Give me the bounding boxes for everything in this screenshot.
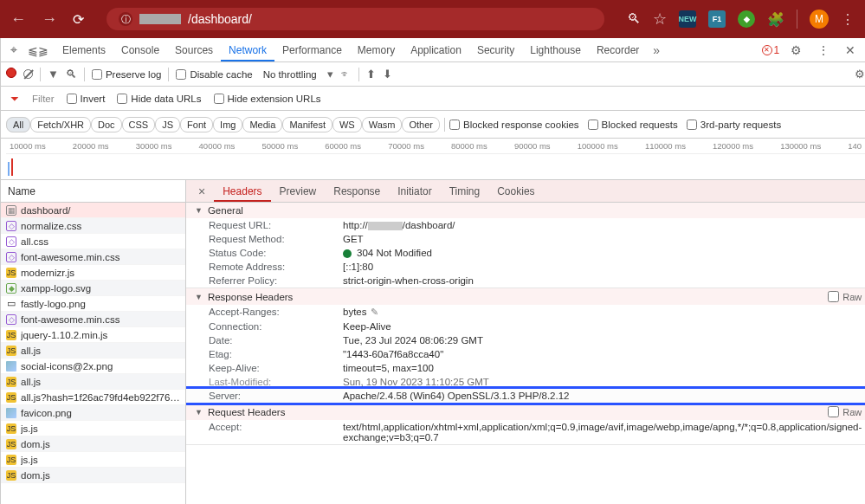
request-row[interactable]: JSall.js — [1, 374, 185, 390]
devtools-tab-performance[interactable]: Performance — [274, 39, 350, 61]
type-filter-manifest[interactable]: Manifest — [282, 117, 332, 132]
header-name: Remote Address: — [209, 262, 343, 272]
devtools-menu-icon[interactable]: ⋮ — [813, 43, 834, 57]
close-devtools-icon[interactable]: ✕ — [841, 43, 860, 57]
clear-button[interactable] — [23, 69, 33, 79]
request-name: modernizr.js — [21, 268, 74, 278]
section-header-general[interactable]: ▼General — [186, 203, 865, 218]
error-count-badge[interactable]: ✕1 — [762, 44, 780, 56]
edit-pencil-icon[interactable]: ✎ — [371, 307, 378, 317]
hide-extension-urls-checkbox[interactable]: Hide extension URLs — [214, 94, 321, 104]
devtools-tab-network[interactable]: Network — [221, 39, 274, 61]
reload-button[interactable]: ⟳ — [73, 11, 84, 28]
request-row[interactable]: JSjs.js — [1, 421, 185, 436]
request-detail: × HeadersPreviewResponseInitiatorTimingC… — [186, 180, 865, 504]
network-settings-gear-icon[interactable]: ⚙ — [855, 68, 865, 81]
devtools-tab-memory[interactable]: Memory — [350, 39, 403, 61]
settings-gear-icon[interactable]: ⚙ — [786, 43, 806, 57]
devtools-tab-recorder[interactable]: Recorder — [589, 39, 647, 61]
section-header-response-headers[interactable]: ▼Response HeadersRaw — [186, 288, 865, 305]
site-info-icon[interactable]: ⓘ — [119, 12, 132, 26]
type-filter-all[interactable]: All — [6, 117, 30, 132]
detail-tab-initiator[interactable]: Initiator — [389, 181, 440, 202]
section-header-request-headers[interactable]: ▼Request HeadersRaw — [186, 404, 865, 420]
type-filter-font[interactable]: Font — [180, 117, 213, 132]
devtools-tab-application[interactable]: Application — [403, 39, 469, 61]
hide-data-urls-checkbox[interactable]: Hide data URLs — [117, 94, 201, 104]
close-detail-icon[interactable]: × — [191, 184, 212, 198]
type-check-3rd-party-requests[interactable]: 3rd-party requests — [687, 120, 781, 130]
request-row[interactable]: ◇all.css — [1, 234, 185, 249]
type-filter-js[interactable]: JS — [155, 117, 180, 132]
profile-avatar[interactable]: M — [810, 10, 829, 29]
more-tabs-icon[interactable]: » — [649, 43, 664, 57]
request-row[interactable]: ▦dashboard/ — [1, 203, 185, 218]
device-toggle-icon[interactable]: ⫹⫺ — [23, 43, 53, 57]
name-column-header[interactable]: Name — [1, 180, 185, 203]
filter-toggle-icon[interactable]: ▼ — [48, 68, 59, 81]
extension-new-badge[interactable]: NEW — [679, 10, 696, 28]
request-row[interactable]: ◇normalize.css — [1, 218, 185, 234]
devtools-tab-elements[interactable]: Elements — [55, 39, 113, 61]
request-row[interactable]: ◆xampp-logo.svg — [1, 281, 185, 296]
inspect-element-icon[interactable]: ⌖ — [6, 42, 22, 57]
header-name: Keep-Alive: — [209, 363, 343, 373]
devtools-tab-lighthouse[interactable]: Lighthouse — [522, 39, 589, 61]
request-row[interactable]: JSall.js?hash=1f26ac79fd4eb922f76d86e7… — [1, 390, 185, 405]
extensions-puzzle-icon[interactable]: 🧩 — [767, 11, 784, 28]
record-button[interactable] — [6, 68, 16, 78]
filter-funnel-icon[interactable]: ⏷ — [10, 93, 20, 105]
request-row[interactable]: JSjquery-1.10.2.min.js — [1, 327, 185, 343]
request-row[interactable]: JSmodernizr.js — [1, 265, 185, 281]
menu-kebab-icon[interactable]: ⋮ — [841, 11, 855, 28]
type-check-blocked-requests[interactable]: Blocked requests — [588, 120, 678, 130]
devtools-tab-security[interactable]: Security — [469, 39, 522, 61]
disable-cache-checkbox[interactable]: Disable cache — [176, 69, 252, 80]
request-row[interactable]: JSall.js — [1, 343, 185, 359]
type-filter-ws[interactable]: WS — [332, 117, 362, 132]
preserve-log-checkbox[interactable]: Preserve log — [92, 69, 162, 80]
type-filter-other[interactable]: Other — [402, 117, 440, 132]
import-har-icon[interactable]: ⬆ — [366, 68, 376, 81]
network-conditions-icon[interactable]: ᯤ — [340, 68, 352, 81]
detail-tab-cookies[interactable]: Cookies — [488, 181, 543, 202]
raw-checkbox[interactable]: Raw — [828, 406, 862, 417]
type-filter-media[interactable]: Media — [242, 117, 282, 132]
detail-tab-timing[interactable]: Timing — [441, 181, 489, 202]
detail-tab-headers[interactable]: Headers — [214, 181, 270, 202]
type-filter-img[interactable]: Img — [213, 117, 242, 132]
request-row[interactable]: ◇font-awesome.min.css — [1, 249, 185, 265]
type-filter-doc[interactable]: Doc — [91, 117, 122, 132]
address-bar[interactable]: ⓘ /dashboard/ — [107, 8, 604, 30]
request-row[interactable]: JSdom.js — [1, 436, 185, 452]
request-row[interactable]: JSjs.js — [1, 452, 185, 468]
throttling-select[interactable]: No throttling — [260, 68, 320, 81]
timeline-dcl-marker — [8, 162, 10, 176]
forward-button[interactable]: → — [42, 10, 57, 29]
devtools-tab-sources[interactable]: Sources — [167, 39, 221, 61]
search-icon[interactable]: 🔍︎ — [66, 68, 77, 81]
network-timeline[interactable]: 10000 ms20000 ms30000 ms40000 ms50000 ms… — [1, 139, 865, 180]
devtools-tab-console[interactable]: Console — [113, 39, 167, 61]
request-row[interactable]: social-icons@2x.png — [1, 359, 185, 374]
request-row[interactable]: favicon.png — [1, 405, 185, 421]
extension-green-icon[interactable]: ◆ — [738, 10, 755, 28]
type-filter-fetchxhr[interactable]: Fetch/XHR — [30, 117, 91, 132]
detail-tab-preview[interactable]: Preview — [271, 181, 326, 202]
bookmark-star-icon[interactable]: ☆ — [653, 10, 667, 29]
type-check-blocked-response-cookies[interactable]: Blocked response cookies — [449, 120, 579, 130]
type-filter-wasm[interactable]: Wasm — [362, 117, 403, 132]
invert-checkbox[interactable]: Invert — [67, 94, 106, 104]
export-har-icon[interactable]: ⬇ — [383, 68, 392, 81]
back-button[interactable]: ← — [10, 10, 26, 29]
extension-f1-badge[interactable]: F1 — [708, 10, 726, 28]
throttling-dropdown-icon[interactable]: ▾ — [327, 68, 333, 81]
request-row[interactable]: JSdom.js — [1, 468, 185, 483]
detail-tab-response[interactable]: Response — [325, 181, 389, 202]
type-filter-css[interactable]: CSS — [122, 117, 156, 132]
filter-input[interactable]: Filter — [32, 94, 55, 104]
search-icon[interactable]: 🔍︎ — [627, 11, 641, 27]
request-row[interactable]: ◇font-awesome.min.css — [1, 312, 185, 327]
request-row[interactable]: ▭fastly-logo.png — [1, 296, 185, 312]
raw-checkbox[interactable]: Raw — [828, 291, 862, 302]
